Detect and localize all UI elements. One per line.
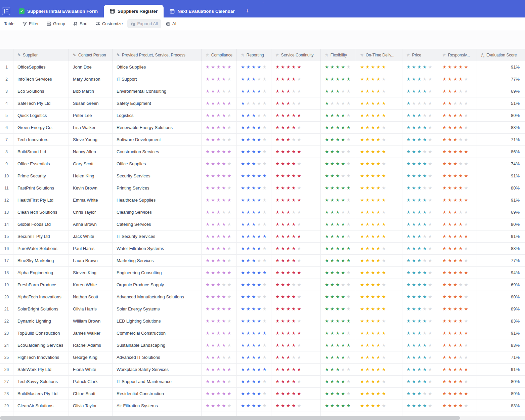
compliance-rating-cell[interactable]: ★★★★★ (202, 267, 237, 279)
evaluation-score-cell[interactable]: 91% (477, 364, 525, 375)
supplier-cell[interactable]: FastPrint Solutions (13, 182, 69, 194)
flexibility-rating-cell[interactable]: ★★★★★ (321, 73, 356, 85)
toolbar-item-table[interactable]: Table (1, 19, 18, 28)
supplier-cell[interactable]: Eco Solutions (13, 85, 69, 97)
responsiveness-rating-cell[interactable]: ★★★★★ (438, 230, 477, 242)
evaluation-score-cell[interactable]: 91% (477, 230, 525, 242)
on_time-rating-cell[interactable]: ★★★★★ (356, 122, 402, 133)
responsiveness-rating-cell[interactable]: ★★★★★ (438, 267, 477, 279)
row-number-cell[interactable]: 23 (0, 327, 13, 339)
service_continuity-rating-cell[interactable]: ★★★★★ (271, 218, 321, 230)
reporting-rating-cell[interactable]: ★★★★★ (237, 230, 271, 242)
compliance-rating-cell[interactable]: ★★★★★ (202, 291, 237, 303)
compliance-rating-cell[interactable]: ★★★★★ (202, 303, 237, 315)
compliance-rating-cell[interactable]: ★★★★★ (202, 339, 237, 351)
row-number-cell[interactable]: 13 (0, 206, 13, 218)
supplier-cell[interactable]: Green Energy Co. (13, 122, 69, 133)
price-rating-cell[interactable]: ★★★★★ (402, 351, 438, 363)
contact-person-cell[interactable]: Patrick Clark (69, 376, 113, 387)
reporting-rating-cell[interactable]: ★★★★★ (237, 97, 271, 109)
responsiveness-rating-cell[interactable]: ★★★★★ (438, 73, 477, 85)
price-rating-cell[interactable]: ★★★★★ (402, 97, 438, 109)
evaluation-score-cell[interactable]: 83% (477, 339, 525, 351)
supplier-cell[interactable]: TopBuild Construction (13, 327, 69, 339)
product-service-cell[interactable]: IT Support (113, 73, 202, 85)
row-number-cell[interactable]: 11 (0, 182, 13, 194)
view-tab-1[interactable]: Suppliers Register (104, 5, 164, 17)
flexibility-rating-cell[interactable]: ★★★★★ (321, 158, 356, 170)
contact-person-cell[interactable]: Emma White (69, 194, 113, 206)
compliance-rating-cell[interactable]: ★★★★★ (202, 400, 237, 412)
flexibility-rating-cell[interactable]: ★★★★★ (321, 279, 356, 291)
on_time-rating-cell[interactable]: ★★★★★ (356, 388, 402, 400)
reporting-rating-cell[interactable]: ★★★★★ (237, 376, 271, 387)
evaluation-score-cell[interactable]: 80% (477, 182, 525, 194)
flexibility-rating-cell[interactable]: ★★★★★ (321, 146, 356, 158)
reporting-rating-cell[interactable]: ★★★★★ (237, 279, 271, 291)
view-tab-0[interactable]: ✓Suppliers Initial Evaluation Form (13, 5, 104, 17)
service_continuity-rating-cell[interactable]: ★★★★★ (271, 315, 321, 327)
price-rating-cell[interactable]: ★★★★★ (402, 243, 438, 254)
row-number-cell[interactable]: 15 (0, 230, 13, 242)
product-service-cell[interactable]: IT Support and Maintenance (113, 376, 202, 387)
flexibility-rating-cell[interactable]: ★★★★★ (321, 376, 356, 387)
sidebar-toggle-icon[interactable] (2, 7, 10, 15)
reporting-rating-cell[interactable]: ★★★★★ (237, 146, 271, 158)
product-service-cell[interactable]: Catering Services (113, 218, 202, 230)
reporting-rating-cell[interactable]: ★★★★★ (237, 85, 271, 97)
on_time-rating-cell[interactable]: ★★★★★ (356, 400, 402, 412)
row-number-cell[interactable]: 7 (0, 134, 13, 145)
reporting-rating-cell[interactable]: ★★★★★ (237, 182, 271, 194)
evaluation-score-cell[interactable]: 91% (477, 61, 525, 73)
reporting-rating-cell[interactable]: ★★★★★ (237, 134, 271, 145)
responsiveness-rating-cell[interactable]: ★★★★★ (438, 170, 477, 182)
contact-person-cell[interactable]: Peter Lee (69, 110, 113, 121)
supplier-cell[interactable]: AlphaTech Innovations (13, 291, 69, 303)
responsiveness-rating-cell[interactable]: ★★★★★ (438, 97, 477, 109)
contact-person-cell[interactable]: Gary Scott (69, 158, 113, 170)
responsiveness-rating-cell[interactable]: ★★★★★ (438, 85, 477, 97)
on_time-rating-cell[interactable]: ★★★★★ (356, 194, 402, 206)
on_time-rating-cell[interactable]: ★★★★★ (356, 206, 402, 218)
column-header-score[interactable]: ƒxEvaluation Score (477, 49, 525, 61)
product-service-cell[interactable]: Commercial Construction (113, 327, 202, 339)
product-service-cell[interactable]: Solar Energy Systems (113, 303, 202, 315)
on_time-rating-cell[interactable]: ★★★★★ (356, 376, 402, 387)
service_continuity-rating-cell[interactable]: ★★★★★ (271, 364, 321, 375)
contact-person-cell[interactable]: Paul Harris (69, 243, 113, 254)
row-number-cell[interactable]: 2 (0, 73, 13, 85)
price-rating-cell[interactable]: ★★★★★ (402, 61, 438, 73)
flexibility-rating-cell[interactable]: ★★★★★ (321, 339, 356, 351)
row-number-cell[interactable]: 28 (0, 388, 13, 400)
responsiveness-rating-cell[interactable]: ★★★★★ (438, 243, 477, 254)
service_continuity-rating-cell[interactable]: ★★★★★ (271, 327, 321, 339)
row-number-cell[interactable]: 18 (0, 267, 13, 279)
toolbar-item-expand-all[interactable]: Expand All (127, 19, 161, 28)
responsiveness-rating-cell[interactable]: ★★★★★ (438, 327, 477, 339)
reporting-rating-cell[interactable]: ★★★★★ (237, 122, 271, 133)
reporting-rating-cell[interactable]: ★★★★★ (237, 110, 271, 121)
evaluation-score-cell[interactable]: 80% (477, 110, 525, 121)
on_time-rating-cell[interactable]: ★★★★★ (356, 134, 402, 145)
flexibility-rating-cell[interactable]: ★★★★★ (321, 327, 356, 339)
row-number-cell[interactable]: 8 (0, 146, 13, 158)
evaluation-score-cell[interactable]: 71% (477, 351, 525, 363)
flexibility-rating-cell[interactable]: ★★★★★ (321, 85, 356, 97)
row-number-cell[interactable]: 4 (0, 97, 13, 109)
flexibility-rating-cell[interactable]: ★★★★★ (321, 97, 356, 109)
service_continuity-rating-cell[interactable]: ★★★★★ (271, 194, 321, 206)
evaluation-score-cell[interactable]: 80% (477, 376, 525, 387)
price-rating-cell[interactable]: ★★★★★ (402, 110, 438, 121)
responsiveness-rating-cell[interactable]: ★★★★★ (438, 122, 477, 133)
column-header-on_time[interactable]: ☆On-Time Deliv... (356, 49, 402, 61)
toolbar-item-sort[interactable]: Sort (70, 19, 91, 28)
on_time-rating-cell[interactable]: ★★★★★ (356, 291, 402, 303)
row-number-cell[interactable]: 27 (0, 376, 13, 387)
responsiveness-rating-cell[interactable]: ★★★★★ (438, 146, 477, 158)
on_time-rating-cell[interactable]: ★★★★★ (356, 61, 402, 73)
flexibility-rating-cell[interactable]: ★★★★★ (321, 194, 356, 206)
row-number-cell[interactable]: 22 (0, 315, 13, 327)
evaluation-score-cell[interactable]: 83% (477, 315, 525, 327)
column-header-service_continuity[interactable]: ☆Service Continuity (271, 49, 321, 61)
on_time-rating-cell[interactable]: ★★★★★ (356, 364, 402, 375)
